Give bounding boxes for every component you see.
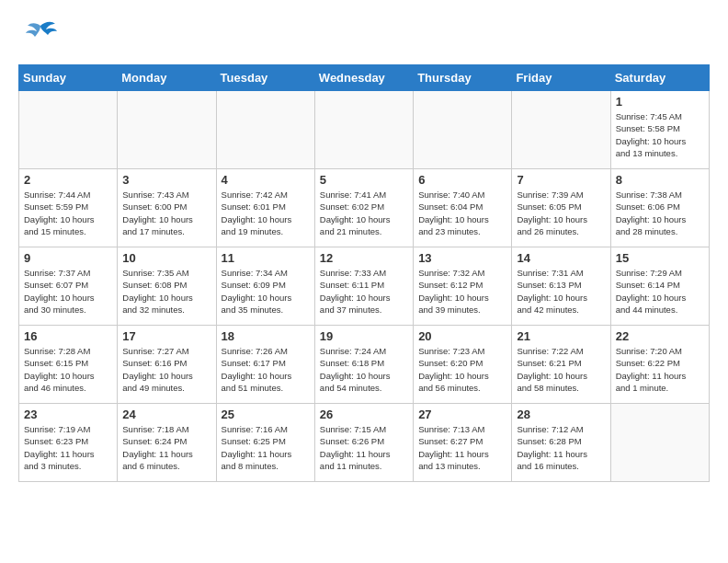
day-info: Sunrise: 7:42 AM Sunset: 6:01 PM Dayligh… bbox=[222, 189, 310, 237]
day-number: 23 bbox=[24, 408, 112, 421]
day-info: Sunrise: 7:39 AM Sunset: 6:05 PM Dayligh… bbox=[517, 189, 605, 237]
day-number: 8 bbox=[616, 173, 704, 187]
day-number: 20 bbox=[418, 329, 506, 343]
day-cell: 16Sunrise: 7:28 AM Sunset: 6:15 PM Dayli… bbox=[19, 326, 118, 404]
day-number: 16 bbox=[24, 329, 112, 343]
day-cell: 21Sunrise: 7:22 AM Sunset: 6:21 PM Dayli… bbox=[512, 326, 610, 404]
day-cell: 17Sunrise: 7:27 AM Sunset: 6:16 PM Dayli… bbox=[118, 326, 216, 404]
day-info: Sunrise: 7:41 AM Sunset: 6:02 PM Dayligh… bbox=[320, 189, 408, 237]
day-number: 11 bbox=[222, 251, 310, 265]
day-info: Sunrise: 7:15 AM Sunset: 6:26 PM Dayligh… bbox=[320, 423, 408, 472]
day-cell: 25Sunrise: 7:16 AM Sunset: 6:25 PM Dayli… bbox=[216, 404, 314, 482]
day-number: 10 bbox=[122, 251, 210, 265]
day-number: 15 bbox=[616, 251, 704, 265]
weekday-header-tuesday: Tuesday bbox=[216, 65, 314, 91]
week-row-3: 9Sunrise: 7:37 AM Sunset: 6:07 PM Daylig… bbox=[19, 247, 710, 326]
weekday-header-row: SundayMondayTuesdayWednesdayThursdayFrid… bbox=[19, 65, 710, 91]
day-cell: 23Sunrise: 7:19 AM Sunset: 6:23 PM Dayli… bbox=[19, 404, 118, 482]
logo bbox=[18, 18, 66, 55]
week-row-2: 2Sunrise: 7:44 AM Sunset: 5:59 PM Daylig… bbox=[19, 169, 710, 247]
day-info: Sunrise: 7:40 AM Sunset: 6:04 PM Dayligh… bbox=[418, 189, 506, 237]
day-info: Sunrise: 7:26 AM Sunset: 6:17 PM Dayligh… bbox=[222, 345, 310, 394]
day-cell bbox=[610, 404, 709, 482]
day-cell: 3Sunrise: 7:43 AM Sunset: 6:00 PM Daylig… bbox=[118, 169, 216, 247]
day-info: Sunrise: 7:37 AM Sunset: 6:07 PM Dayligh… bbox=[24, 267, 112, 316]
day-cell: 6Sunrise: 7:40 AM Sunset: 6:04 PM Daylig… bbox=[414, 169, 512, 247]
day-number: 18 bbox=[222, 329, 310, 343]
day-number: 27 bbox=[418, 408, 506, 421]
weekday-header-sunday: Sunday bbox=[19, 65, 118, 91]
day-info: Sunrise: 7:28 AM Sunset: 6:15 PM Dayligh… bbox=[24, 345, 112, 394]
day-cell: 7Sunrise: 7:39 AM Sunset: 6:05 PM Daylig… bbox=[512, 169, 610, 247]
day-cell: 13Sunrise: 7:32 AM Sunset: 6:12 PM Dayli… bbox=[414, 247, 512, 326]
day-info: Sunrise: 7:16 AM Sunset: 6:25 PM Dayligh… bbox=[222, 423, 310, 472]
day-cell: 1Sunrise: 7:45 AM Sunset: 5:58 PM Daylig… bbox=[610, 91, 709, 169]
day-info: Sunrise: 7:23 AM Sunset: 6:20 PM Dayligh… bbox=[418, 345, 506, 394]
day-number: 9 bbox=[24, 251, 112, 265]
day-info: Sunrise: 7:24 AM Sunset: 6:18 PM Dayligh… bbox=[320, 345, 408, 394]
day-cell: 8Sunrise: 7:38 AM Sunset: 6:06 PM Daylig… bbox=[610, 169, 709, 247]
day-cell bbox=[512, 91, 610, 169]
day-number: 2 bbox=[24, 173, 112, 187]
day-number: 26 bbox=[320, 408, 408, 421]
day-cell bbox=[19, 91, 118, 169]
day-cell: 2Sunrise: 7:44 AM Sunset: 5:59 PM Daylig… bbox=[19, 169, 118, 247]
day-cell: 11Sunrise: 7:34 AM Sunset: 6:09 PM Dayli… bbox=[216, 247, 314, 326]
day-info: Sunrise: 7:12 AM Sunset: 6:28 PM Dayligh… bbox=[517, 423, 605, 472]
day-cell: 26Sunrise: 7:15 AM Sunset: 6:26 PM Dayli… bbox=[314, 404, 413, 482]
week-row-1: 1Sunrise: 7:45 AM Sunset: 5:58 PM Daylig… bbox=[19, 91, 710, 169]
day-number: 28 bbox=[517, 408, 605, 421]
day-cell: 5Sunrise: 7:41 AM Sunset: 6:02 PM Daylig… bbox=[314, 169, 413, 247]
calendar-table: SundayMondayTuesdayWednesdayThursdayFrid… bbox=[18, 64, 710, 482]
day-number: 12 bbox=[320, 251, 408, 265]
weekday-header-thursday: Thursday bbox=[414, 65, 512, 91]
day-cell: 22Sunrise: 7:20 AM Sunset: 6:22 PM Dayli… bbox=[610, 326, 709, 404]
day-info: Sunrise: 7:35 AM Sunset: 6:08 PM Dayligh… bbox=[122, 267, 210, 316]
day-cell: 4Sunrise: 7:42 AM Sunset: 6:01 PM Daylig… bbox=[216, 169, 314, 247]
day-info: Sunrise: 7:20 AM Sunset: 6:22 PM Dayligh… bbox=[616, 345, 704, 394]
day-info: Sunrise: 7:45 AM Sunset: 5:58 PM Dayligh… bbox=[616, 110, 704, 159]
day-number: 25 bbox=[222, 408, 310, 421]
day-info: Sunrise: 7:19 AM Sunset: 6:23 PM Dayligh… bbox=[24, 423, 112, 472]
day-number: 7 bbox=[517, 173, 605, 187]
day-info: Sunrise: 7:29 AM Sunset: 6:14 PM Dayligh… bbox=[616, 267, 704, 316]
day-info: Sunrise: 7:43 AM Sunset: 6:00 PM Dayligh… bbox=[122, 189, 210, 237]
day-cell: 14Sunrise: 7:31 AM Sunset: 6:13 PM Dayli… bbox=[512, 247, 610, 326]
day-number: 21 bbox=[517, 329, 605, 343]
day-info: Sunrise: 7:27 AM Sunset: 6:16 PM Dayligh… bbox=[122, 345, 210, 394]
day-info: Sunrise: 7:18 AM Sunset: 6:24 PM Dayligh… bbox=[122, 423, 210, 472]
week-row-5: 23Sunrise: 7:19 AM Sunset: 6:23 PM Dayli… bbox=[19, 404, 710, 482]
day-number: 5 bbox=[320, 173, 408, 187]
day-cell bbox=[314, 91, 413, 169]
day-info: Sunrise: 7:44 AM Sunset: 5:59 PM Dayligh… bbox=[24, 189, 112, 237]
day-info: Sunrise: 7:32 AM Sunset: 6:12 PM Dayligh… bbox=[418, 267, 506, 316]
day-cell: 10Sunrise: 7:35 AM Sunset: 6:08 PM Dayli… bbox=[118, 247, 216, 326]
day-cell: 19Sunrise: 7:24 AM Sunset: 6:18 PM Dayli… bbox=[314, 326, 413, 404]
day-cell bbox=[118, 91, 216, 169]
day-number: 1 bbox=[616, 95, 704, 109]
weekday-header-wednesday: Wednesday bbox=[314, 65, 413, 91]
day-number: 14 bbox=[517, 251, 605, 265]
day-cell bbox=[216, 91, 314, 169]
day-cell: 9Sunrise: 7:37 AM Sunset: 6:07 PM Daylig… bbox=[19, 247, 118, 326]
day-info: Sunrise: 7:34 AM Sunset: 6:09 PM Dayligh… bbox=[222, 267, 310, 316]
day-number: 3 bbox=[122, 173, 210, 187]
day-cell: 18Sunrise: 7:26 AM Sunset: 6:17 PM Dayli… bbox=[216, 326, 314, 404]
day-number: 13 bbox=[418, 251, 506, 265]
day-cell: 24Sunrise: 7:18 AM Sunset: 6:24 PM Dayli… bbox=[118, 404, 216, 482]
day-number: 22 bbox=[616, 329, 704, 343]
day-number: 17 bbox=[122, 329, 210, 343]
day-info: Sunrise: 7:22 AM Sunset: 6:21 PM Dayligh… bbox=[517, 345, 605, 394]
day-number: 6 bbox=[418, 173, 506, 187]
day-cell bbox=[414, 91, 512, 169]
day-number: 24 bbox=[122, 408, 210, 421]
day-number: 19 bbox=[320, 329, 408, 343]
weekday-header-friday: Friday bbox=[512, 65, 610, 91]
logo-icon bbox=[18, 18, 63, 55]
week-row-4: 16Sunrise: 7:28 AM Sunset: 6:15 PM Dayli… bbox=[19, 326, 710, 404]
day-cell: 15Sunrise: 7:29 AM Sunset: 6:14 PM Dayli… bbox=[610, 247, 709, 326]
day-cell: 12Sunrise: 7:33 AM Sunset: 6:11 PM Dayli… bbox=[314, 247, 413, 326]
page-header bbox=[18, 18, 710, 55]
day-number: 4 bbox=[222, 173, 310, 187]
day-info: Sunrise: 7:31 AM Sunset: 6:13 PM Dayligh… bbox=[517, 267, 605, 316]
